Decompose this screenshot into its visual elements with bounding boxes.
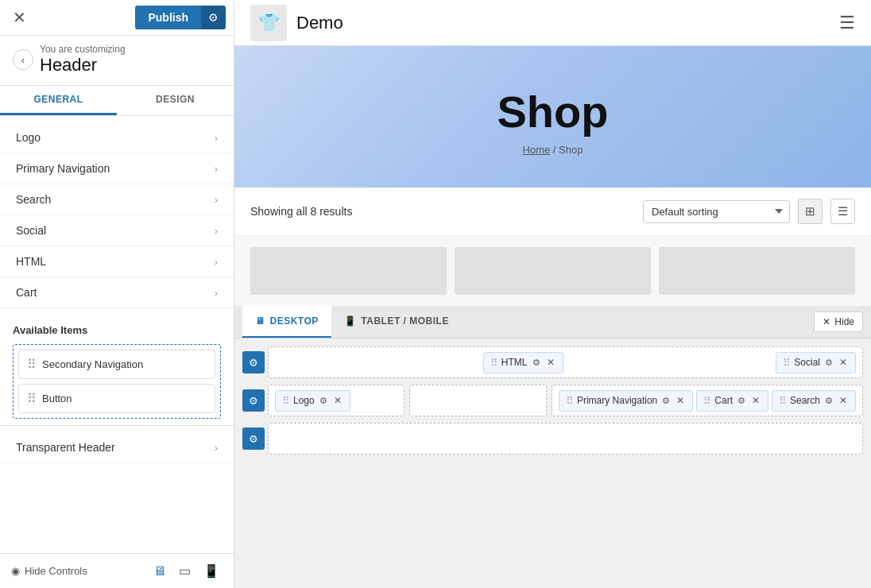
site-logo-area: 👕 Demo	[250, 5, 343, 41]
row3-content	[268, 423, 863, 455]
logo-widget-settings[interactable]: ⚙	[318, 396, 329, 406]
primary-nav-remove[interactable]: ✕	[675, 395, 686, 406]
publish-settings-button[interactable]: ⚙	[201, 6, 226, 29]
social-widget-settings[interactable]: ⚙	[823, 358, 834, 368]
panel-topbar: ✕ Publish ⚙	[0, 0, 234, 36]
widget-drag-icon: ⠿	[703, 395, 711, 407]
menu-item-label: Primary Navigation	[16, 162, 110, 175]
widget-drag-icon: ⠿	[490, 357, 498, 369]
device-icons: 🖥 ▭ 📱	[150, 562, 223, 580]
tab-desktop[interactable]: 🖥 DESKTOP	[242, 306, 331, 338]
row3-settings-button[interactable]: ⚙	[242, 427, 265, 450]
available-items-section: Available Items ⠿ Secondary Navigation ⠿…	[0, 315, 234, 425]
product-thumb-1	[250, 247, 447, 295]
cart-widget: ⠿ Cart ⚙ ✕	[696, 390, 768, 412]
row1-settings-button[interactable]: ⚙	[242, 351, 265, 373]
search-widget-remove[interactable]: ✕	[838, 395, 849, 406]
menu-item-label: Logo	[16, 131, 41, 144]
customizer-panel: ✕ Publish ⚙ ‹ You are customizing Header…	[0, 0, 234, 588]
builder-rows: ⚙ ⠿ HTML ⚙ ✕ ⠿ Social ⚙ ✕	[234, 338, 871, 455]
shop-view-controls: Default sortingSort by popularitySort by…	[643, 199, 855, 224]
logo-widget-remove[interactable]: ✕	[332, 395, 343, 406]
sort-select[interactable]: Default sortingSort by popularitySort by…	[643, 200, 790, 223]
available-item-label: Secondary Navigation	[42, 358, 143, 370]
drag-handle-icon: ⠿	[27, 391, 36, 406]
builder-tabs-bar: 🖥 DESKTOP 📱 TABLET / MOBILE ✕ Hide	[234, 306, 871, 338]
bottom-options: Transparent Header ›	[0, 425, 234, 470]
site-topbar: 👕 Demo ☰	[234, 0, 871, 46]
preview-area: 👕 Demo ☰ Shop Home / Shop Showing all 8 …	[234, 0, 871, 588]
product-thumb-2	[455, 247, 651, 295]
hide-builder-button[interactable]: ✕ Hide	[814, 311, 863, 332]
tab-tablet-mobile[interactable]: 📱 TABLET / MOBILE	[331, 306, 462, 338]
html-widget-settings[interactable]: ⚙	[531, 358, 542, 368]
site-name: Demo	[296, 13, 343, 33]
hide-controls-label: Hide Controls	[25, 565, 87, 577]
grid-view-button[interactable]: ⊞	[798, 199, 823, 224]
transparent-header-item[interactable]: Transparent Header ›	[0, 432, 234, 463]
close-button[interactable]: ✕	[8, 5, 31, 30]
hamburger-menu[interactable]: ☰	[839, 13, 855, 33]
hide-builder-label: Hide	[834, 316, 854, 327]
publish-button[interactable]: Publish	[135, 6, 201, 29]
transparent-header-label: Transparent Header	[16, 441, 115, 454]
panel-tabs: GENERAL DESIGN	[0, 86, 234, 116]
row2-cell-1: ⠿ Logo ⚙ ✕	[268, 385, 405, 416]
panel-bottombar: ◉ Hide Controls 🖥 ▭ 📱	[0, 553, 234, 588]
chevron-right-icon: ›	[215, 287, 218, 299]
menu-item-social[interactable]: Social›	[0, 215, 234, 246]
menu-item-label: Cart	[16, 286, 37, 299]
eye-icon: ◉	[11, 565, 20, 577]
menu-item-cart[interactable]: Cart›	[0, 277, 234, 308]
shop-title: Shop	[250, 86, 855, 137]
search-widget: ⠿ Search ⚙ ✕	[772, 390, 856, 412]
menu-item-logo[interactable]: Logo›	[0, 122, 234, 153]
breadcrumb-separator: /	[550, 144, 559, 156]
hide-controls-button[interactable]: ◉ Hide Controls	[11, 565, 87, 577]
header-builder: 🖥 DESKTOP 📱 TABLET / MOBILE ✕ Hide ⚙	[234, 306, 871, 588]
site-logo: 👕	[250, 5, 287, 41]
row2-settings-button[interactable]: ⚙	[242, 389, 265, 412]
available-item-button[interactable]: ⠿ Button	[18, 384, 215, 413]
customizing-info: You are customizing Header	[40, 44, 126, 75]
available-items-title: Available Items	[13, 324, 221, 336]
available-item-label: Button	[42, 393, 72, 404]
search-widget-settings[interactable]: ⚙	[823, 396, 834, 406]
tablet-tab-icon: 📱	[344, 315, 357, 327]
builder-row-2: ⚙ ⠿ Logo ⚙ ✕ ⠿ Primary N	[242, 385, 863, 416]
product-thumb-3	[659, 247, 855, 295]
mobile-icon[interactable]: 📱	[200, 562, 223, 580]
logo-widget: ⠿ Logo ⚙ ✕	[275, 390, 350, 412]
menu-item-html[interactable]: HTML›	[0, 246, 234, 277]
breadcrumb-home[interactable]: Home	[523, 144, 551, 156]
social-widget-remove[interactable]: ✕	[838, 357, 849, 368]
desktop-tab-label: DESKTOP	[270, 315, 319, 327]
row2-cell-2	[409, 385, 546, 416]
desktop-icon[interactable]: 🖥	[150, 562, 169, 580]
cart-widget-remove[interactable]: ✕	[750, 395, 761, 406]
chevron-right-icon: ›	[215, 442, 218, 454]
available-items-list: ⠿ Secondary Navigation ⠿ Button	[13, 344, 221, 419]
menu-item-search[interactable]: Search›	[0, 184, 234, 215]
cart-widget-settings[interactable]: ⚙	[736, 396, 747, 406]
customizing-text: You are customizing	[40, 44, 126, 55]
back-button[interactable]: ‹	[13, 49, 33, 70]
builder-row-3: ⚙	[242, 423, 863, 455]
primary-nav-settings[interactable]: ⚙	[660, 396, 672, 406]
menu-item-primary-nav[interactable]: Primary Navigation›	[0, 153, 234, 184]
widget-drag-icon: ⠿	[783, 357, 791, 369]
tab-general[interactable]: GENERAL	[0, 86, 117, 115]
tablet-icon[interactable]: ▭	[176, 562, 194, 580]
html-widget-remove[interactable]: ✕	[545, 357, 556, 368]
list-view-button[interactable]: ☰	[830, 199, 855, 224]
breadcrumb: Home / Shop	[250, 144, 855, 156]
html-widget-label: HTML	[501, 357, 528, 368]
shop-hero: Shop Home / Shop	[234, 46, 871, 188]
row2-content: ⠿ Logo ⚙ ✕ ⠿ Primary Navigation ⚙ ✕	[268, 385, 863, 416]
chevron-right-icon: ›	[215, 256, 218, 268]
chevron-right-icon: ›	[215, 163, 218, 175]
tab-design[interactable]: DESIGN	[117, 86, 234, 115]
available-item-secondary-nav[interactable]: ⠿ Secondary Navigation	[18, 350, 215, 379]
chevron-right-icon: ›	[215, 132, 218, 144]
menu-items-list: Logo›Primary Navigation›Search›Social›HT…	[0, 116, 234, 315]
